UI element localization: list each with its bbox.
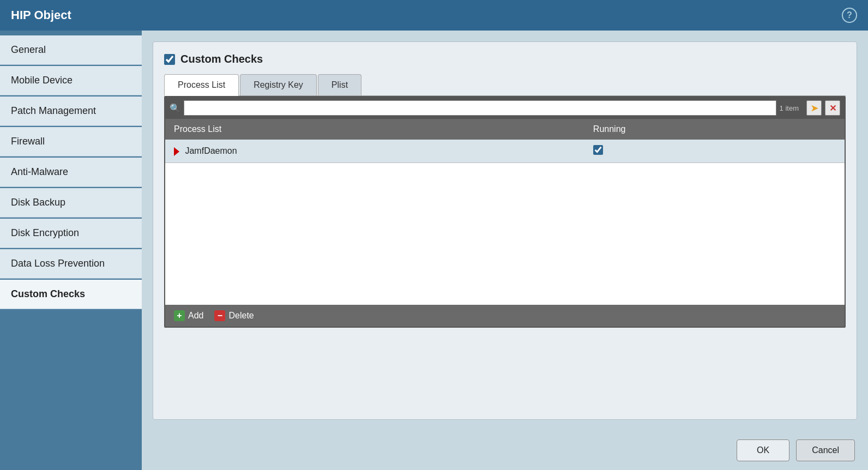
sidebar-item-anti-malware[interactable]: Anti-Malware [0, 158, 142, 187]
sidebar-item-disk-backup[interactable]: Disk Backup [0, 188, 142, 218]
add-label: Add [188, 311, 203, 321]
main-layout: General Mobile Device Patch Management F… [0, 31, 868, 470]
col-process-list: Process List [165, 119, 584, 140]
table-header-row: Process List Running [165, 119, 845, 140]
sidebar-item-label: Data Loss Prevention [11, 258, 105, 269]
content-area: Custom Checks Process List Registry Key … [142, 31, 868, 431]
running-checkbox[interactable] [593, 145, 603, 155]
empty-table-space [165, 163, 845, 305]
search-icon: 🔍 [170, 103, 180, 113]
add-button[interactable]: + Add [174, 310, 203, 321]
sidebar-item-disk-encryption[interactable]: Disk Encryption [0, 219, 142, 248]
tab-plist[interactable]: Plist [318, 74, 361, 95]
sidebar-item-label: Patch Management [11, 105, 96, 116]
sidebar-item-label: Disk Encryption [11, 227, 79, 238]
tab-registry-key[interactable]: Registry Key [240, 74, 317, 95]
search-count: 1 item [780, 104, 799, 112]
ok-button[interactable]: OK [737, 439, 789, 461]
process-list-table: Process List Running JamfDaemon [165, 119, 845, 163]
sidebar-item-patch-management[interactable]: Patch Management [0, 97, 142, 126]
sidebar-item-label: Mobile Device [11, 75, 73, 86]
search-clear-button[interactable]: ✕ [825, 100, 840, 116]
sidebar: General Mobile Device Patch Management F… [0, 31, 142, 470]
panel-header: Custom Checks [164, 53, 846, 65]
help-button[interactable]: ? [842, 8, 857, 23]
process-name: JamfDaemon [185, 146, 237, 155]
running-cell [584, 140, 845, 163]
delete-icon: − [214, 310, 225, 321]
row-indicator-icon [174, 147, 179, 156]
search-input[interactable] [184, 100, 776, 116]
process-name-cell: JamfDaemon [165, 140, 584, 163]
sidebar-item-label: Custom Checks [11, 288, 85, 299]
delete-label: Delete [228, 311, 254, 321]
search-forward-button[interactable]: ➤ [806, 100, 822, 116]
arrow-right-icon: ➤ [811, 103, 818, 113]
sidebar-item-data-loss-prevention[interactable]: Data Loss Prevention [0, 249, 142, 279]
table-container: 🔍 1 item ➤ ✕ Pro [164, 96, 846, 328]
sidebar-item-label: Anti-Malware [11, 166, 68, 177]
bottom-bar: OK Cancel [142, 431, 868, 470]
tab-bar: Process List Registry Key Plist [164, 74, 846, 96]
sidebar-item-label: Disk Backup [11, 197, 65, 208]
cancel-button[interactable]: Cancel [796, 439, 855, 461]
panel-title: Custom Checks [180, 53, 263, 65]
sidebar-item-label: General [11, 44, 46, 55]
tab-process-list[interactable]: Process List [164, 74, 239, 96]
table-footer: + Add − Delete [165, 305, 845, 327]
sidebar-item-label: Firewall [11, 136, 45, 147]
delete-button[interactable]: − Delete [214, 310, 254, 321]
sidebar-item-firewall[interactable]: Firewall [0, 127, 142, 156]
add-icon: + [174, 310, 185, 321]
sidebar-item-mobile-device[interactable]: Mobile Device [0, 66, 142, 95]
help-icon: ? [847, 10, 852, 20]
sidebar-item-general[interactable]: General [0, 35, 142, 65]
custom-checks-checkbox[interactable] [164, 54, 175, 65]
table-row[interactable]: JamfDaemon [165, 140, 845, 163]
panel: Custom Checks Process List Registry Key … [153, 41, 857, 420]
col-running: Running [584, 119, 845, 140]
search-bar: 🔍 1 item ➤ ✕ [165, 97, 845, 119]
app-header: HIP Object ? [0, 0, 868, 31]
app-title: HIP Object [11, 8, 71, 22]
sidebar-item-custom-checks[interactable]: Custom Checks [0, 280, 142, 309]
close-icon: ✕ [829, 103, 836, 113]
